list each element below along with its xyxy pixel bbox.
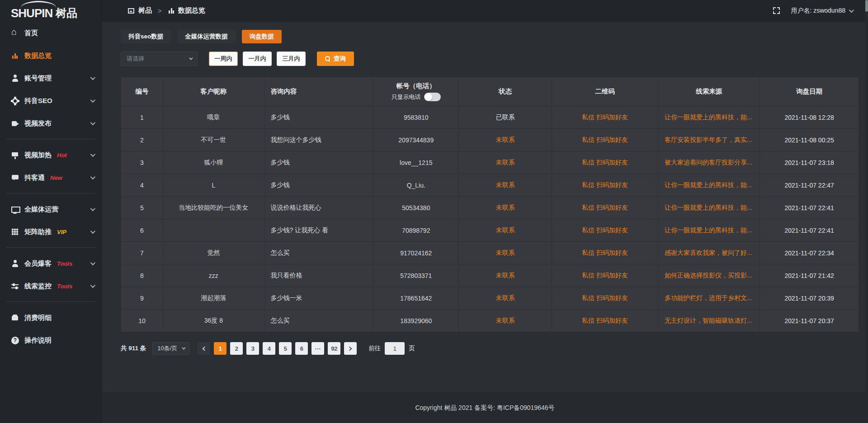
lead-source-link[interactable]: 让你一眼就爱上的黑科技，能...	[658, 197, 760, 219]
phone-only-toggle[interactable]	[424, 93, 441, 101]
home-icon	[11, 29, 19, 37]
monitor-icon	[11, 206, 19, 213]
qr-code-link[interactable]: 私信 扫码加好友	[552, 219, 658, 242]
qr-code-link[interactable]: 私信 扫码加好友	[552, 264, 658, 287]
goto-page-input[interactable]	[385, 342, 405, 355]
chevron-down-icon	[90, 98, 95, 103]
filter-select[interactable]: 请选择	[121, 52, 198, 66]
page-button[interactable]: 4	[263, 342, 275, 355]
help-icon	[11, 337, 19, 344]
period-button[interactable]: 一月内	[243, 52, 272, 66]
next-page-button[interactable]	[344, 342, 357, 355]
qr-code-link[interactable]: 私信 扫码加好友	[552, 310, 658, 332]
prev-page-button[interactable]	[198, 342, 210, 355]
qr-code-link[interactable]: 私信 扫码加好友	[552, 174, 658, 197]
lead-source-link[interactable]: 被大家追着问的客厅投影分享...	[658, 151, 760, 174]
sidebar-item[interactable]: 视频发布	[0, 112, 101, 135]
table-body: 1 哦章 多少钱 9583810 已联系 私信 扫码加好友 让你一眼就爱上的黑科…	[121, 106, 859, 332]
lead-source-link[interactable]: 无主灯设计，智能磁吸轨道灯...	[658, 310, 760, 332]
scrollbar-thumb[interactable]	[865, 0, 868, 12]
col-header-date: 询盘日期	[760, 77, 859, 106]
lead-source-link[interactable]: 如何正确选择投影仪，买投影...	[658, 264, 760, 287]
goto-prefix-label: 前往	[368, 344, 381, 352]
lead-source-link[interactable]: 感谢大家喜欢我家，被问了好...	[658, 242, 760, 264]
status-label: 未联系	[459, 219, 552, 242]
page-button[interactable]: 2	[230, 342, 243, 355]
chat-icon	[11, 174, 19, 182]
sidebar-item[interactable]: 全媒体运营	[0, 198, 101, 221]
lead-source-link[interactable]: 多功能护栏灯，适用于乡村文...	[658, 287, 760, 310]
page-button[interactable]: 5	[279, 342, 292, 355]
chevron-down-icon	[90, 283, 95, 288]
row-number: 7	[121, 242, 163, 264]
status-label: 未联系	[459, 287, 552, 310]
period-button[interactable]: 一周内	[209, 52, 238, 66]
search-button[interactable]: 查询	[317, 52, 354, 66]
scrollbar[interactable]	[865, 0, 868, 423]
sidebar-item[interactable]: 操作说明	[0, 329, 101, 352]
qr-code-link[interactable]: 私信 扫码加好友	[552, 197, 658, 219]
sidebar-item[interactable]: 抖音SEO	[0, 89, 101, 112]
inquiry-date: 2021-11-07 22:41	[760, 197, 859, 219]
lead-source-link[interactable]: 客厅安装投影半年多了，真实...	[658, 129, 760, 151]
account-phone: 70898792	[373, 219, 459, 242]
sidebar-item[interactable]: 线索监控 Tools	[0, 275, 101, 297]
col-header-status: 状态	[459, 77, 552, 106]
row-number: 5	[121, 197, 163, 219]
inquiry-content: 怎么买	[264, 242, 373, 264]
page-button[interactable]: 6	[295, 342, 308, 355]
tab-button[interactable]: 全媒体运营数据	[177, 30, 236, 43]
col-header-source: 线索来源	[658, 77, 760, 106]
sidebar-item-badge: Tools	[57, 283, 72, 290]
table-row: 4 L 多少钱 Q_Liu. 未联系 私信 扫码加好友 让你一眼就爱上的黑科技，…	[121, 174, 859, 197]
sidebar-item-badge: VIP	[57, 229, 66, 235]
qr-code-link[interactable]: 私信 扫码加好友	[552, 242, 658, 264]
sidebar-item[interactable]: 数据总览	[0, 44, 101, 67]
user-menu[interactable]: 用户名: zswodun88	[791, 7, 853, 15]
sidebar-item-label: 会员爆客	[24, 259, 52, 268]
qr-code-link[interactable]: 私信 扫码加好友	[552, 129, 658, 151]
page-button[interactable]: 1	[214, 342, 226, 355]
customer-nick: zzz	[163, 264, 264, 287]
sidebar-item[interactable]: 抖客通 New	[0, 166, 101, 189]
sidebar-item[interactable]: 会员爆客 Tools	[0, 252, 101, 275]
table-header: 编号 客户昵称 咨询内容 帐号（电话） 只显示电话 状态 二维码 线索来源	[121, 77, 859, 106]
customer-nick: L	[163, 174, 264, 197]
table-row: 8 zzz 我只看价格 572803371 未联系 私信 扫码加好友 如何正确选…	[121, 264, 859, 287]
period-button[interactable]: 三月内	[277, 52, 306, 66]
sidebar-item[interactable]: 消费明细	[0, 306, 101, 329]
qr-code-link[interactable]: 私信 扫码加好友	[552, 287, 658, 310]
breadcrumb-root[interactable]: 树品	[138, 6, 152, 15]
sidebar-item[interactable]: 首页	[0, 22, 101, 44]
qr-code-link[interactable]: 私信 扫码加好友	[552, 151, 658, 174]
account-phone: 178651642	[373, 287, 459, 310]
brand-logo[interactable]: SHUPIN 树品	[0, 0, 101, 22]
lead-source-link[interactable]: 让你一眼就爱上的黑科技，能...	[658, 219, 760, 242]
qr-code-link[interactable]: 私信 扫码加好友	[552, 106, 658, 129]
page-button[interactable]: ···	[311, 342, 324, 355]
table-row: 10 36度 8 怎么买 183929060 未联系 私信 扫码加好友 无主灯设…	[121, 310, 859, 332]
page-size-select[interactable]: 10条/页	[152, 342, 189, 355]
lead-source-link[interactable]: 让你一眼就爱上的黑科技，能...	[658, 174, 760, 197]
fullscreen-icon[interactable]	[773, 7, 780, 14]
page-button[interactable]: 3	[246, 342, 259, 355]
inquiry-table: 编号 客户昵称 咨询内容 帐号（电话） 只显示电话 状态 二维码 线索来源	[121, 77, 859, 332]
col-header-nick: 客户昵称	[163, 77, 264, 106]
sidebar-item[interactable]: 账号管理	[0, 67, 101, 89]
page-button[interactable]: 92	[328, 342, 340, 355]
tab-button[interactable]: 询盘数据	[242, 30, 282, 43]
lead-source-link[interactable]: 让你一眼就爱上的黑科技，能...	[658, 106, 760, 129]
status-label: 未联系	[459, 197, 552, 219]
tab-button[interactable]: 抖音seo数据	[121, 30, 171, 43]
sidebar-item-label: 线索监控	[24, 282, 52, 291]
chevron-down-icon	[189, 56, 193, 60]
inquiry-content: 我只看价格	[264, 264, 373, 287]
inquiry-content: 怎么买	[264, 310, 373, 332]
col-header-qr: 二维码	[552, 77, 658, 106]
table-row: 1 哦章 多少钱 9583810 已联系 私信 扫码加好友 让你一眼就爱上的黑科…	[121, 106, 859, 129]
table-row: 9 潮起潮落 多少钱一米 178651642 未联系 私信 扫码加好友 多功能护…	[121, 287, 859, 310]
sidebar-item[interactable]: 矩阵助推 VIP	[0, 221, 101, 243]
status-label: 未联系	[459, 310, 552, 332]
sidebar-item-label: 视频发布	[24, 119, 52, 128]
sidebar-item[interactable]: 视频加热 Hot	[0, 144, 101, 166]
